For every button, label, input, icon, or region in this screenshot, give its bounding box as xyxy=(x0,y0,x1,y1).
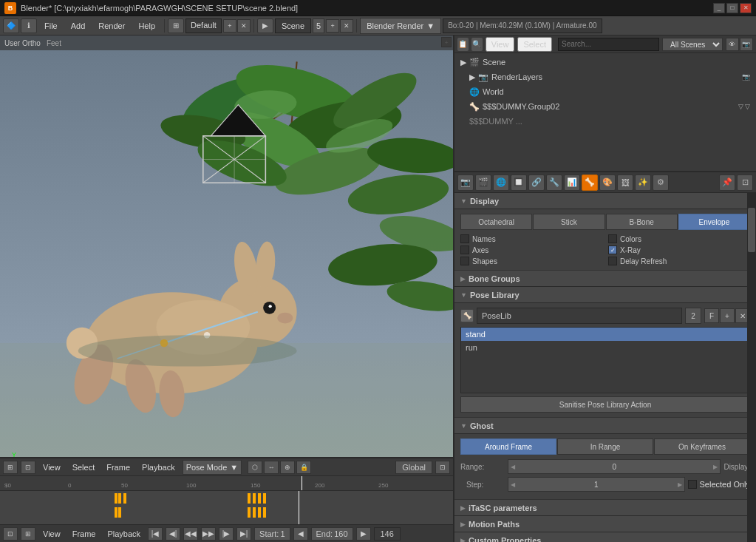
help-menu[interactable]: Help xyxy=(132,18,161,33)
outliner-search[interactable] xyxy=(558,38,659,51)
tl-transform2[interactable]: ↔ xyxy=(264,461,279,474)
pose-lib-header[interactable]: ▼ Pose Library xyxy=(454,287,756,303)
panel-maximize-btn[interactable]: ⊡ xyxy=(737,175,753,191)
prop-icon-world[interactable]: 🌐 xyxy=(493,175,509,191)
colors-checkbox[interactable]: Colors xyxy=(608,234,750,243)
jump-end-btn[interactable]: ▶| xyxy=(236,527,251,541)
tl-right-btn[interactable]: ⊡ xyxy=(435,461,450,474)
prop-icon-armature[interactable]: 🦴 xyxy=(582,175,598,191)
pose-item-run[interactable]: run xyxy=(461,341,749,354)
in-range-tab[interactable]: In Range xyxy=(557,438,653,455)
blender-logo-btn[interactable]: 🔷 xyxy=(3,18,19,33)
select-menu-btn[interactable]: Select xyxy=(517,37,552,52)
delay-refresh-checkbox[interactable]: Delay Refresh xyxy=(608,257,750,265)
shapes-checkbox[interactable]: Shapes xyxy=(460,257,602,265)
outliner-dummy[interactable]: 🦴 $$$DUMMY.Group02 ▽ ▽ xyxy=(454,99,756,114)
next-keyframe-btn[interactable]: |▶ xyxy=(219,527,234,541)
file-menu[interactable]: File xyxy=(38,18,64,33)
close-button[interactable]: ✕ xyxy=(740,3,752,13)
octahedral-btn[interactable]: Octahedral xyxy=(460,214,532,230)
prop-icon-particles[interactable]: ✨ xyxy=(635,175,651,191)
prev-frame-btn[interactable]: ◀ xyxy=(293,527,308,541)
itasc-section-header[interactable]: ▶ iTaSC parameters xyxy=(454,500,756,516)
frame-tl-btn[interactable]: Frame xyxy=(102,461,134,473)
scrollbar-track[interactable] xyxy=(747,193,756,542)
selected-only-cb[interactable] xyxy=(688,480,697,489)
pose-item-stand[interactable]: stand xyxy=(461,328,749,341)
play-btn[interactable]: ▶▶ xyxy=(201,527,216,541)
on-keyframes-tab[interactable]: On Keyframes xyxy=(654,438,750,455)
axes-cb-box[interactable] xyxy=(460,245,469,254)
playback-tl-btn[interactable]: Playback xyxy=(137,461,180,473)
scrollbar-thumb[interactable] xyxy=(748,208,755,252)
jump-start-btn[interactable]: |◀ xyxy=(148,527,163,541)
play-reverse-btn[interactable]: ◀◀ xyxy=(183,527,198,541)
view-tl-btn[interactable]: View xyxy=(38,461,65,473)
scene-add-btn[interactable]: + xyxy=(326,19,339,33)
display-section-header[interactable]: ▼ Display xyxy=(454,193,756,209)
layout-icon[interactable]: ⊞ xyxy=(168,18,184,33)
ghost-section-header[interactable]: ▼ Ghost xyxy=(454,418,756,434)
prop-icon-object[interactable]: 🔲 xyxy=(511,175,527,191)
outliner-render-btn[interactable]: 📷 xyxy=(740,38,753,51)
step-field[interactable]: ◀ 1 ▶ xyxy=(508,477,685,492)
xray-checkbox[interactable]: X-Ray xyxy=(608,245,750,254)
motion-paths-header[interactable]: ▶ Motion Paths xyxy=(454,516,756,532)
prop-icon-data[interactable]: 📊 xyxy=(564,175,580,191)
sanitise-btn[interactable]: Sanitise Pose Library Action xyxy=(460,396,750,413)
outliner-eye-btn[interactable]: 👁 xyxy=(726,38,739,51)
scene-icon[interactable]: ▶ xyxy=(257,18,273,33)
engine-selector[interactable]: Blender Render ▼ xyxy=(360,18,441,34)
envelope-btn[interactable]: Envelope xyxy=(678,214,750,230)
view-menu-btn[interactable]: View xyxy=(486,37,515,52)
prop-icon-material[interactable]: 🎨 xyxy=(599,175,616,191)
pose-mode-selector[interactable]: Pose Mode ▼ xyxy=(183,460,242,475)
end-field[interactable]: End: 160 xyxy=(311,527,353,541)
shapes-cb-box[interactable] xyxy=(460,257,469,265)
around-frame-tab[interactable]: Around Frame xyxy=(460,438,556,455)
maximize-button[interactable]: □ xyxy=(726,3,738,13)
tl-transform4[interactable]: 🔒 xyxy=(296,461,311,474)
outliner-renderlayers[interactable]: ▶ 📷 RenderLayers 📷 xyxy=(454,70,756,84)
bone-groups-header[interactable]: ▶ Bone Groups xyxy=(454,271,756,287)
scene-btn2[interactable]: ⊞ xyxy=(21,527,35,541)
names-cb-box[interactable] xyxy=(460,234,469,243)
pose-lib-add-btn[interactable]: + xyxy=(720,308,735,323)
scene-dropdown[interactable]: All Scenes xyxy=(662,38,723,51)
frame-pb-btn[interactable]: Frame xyxy=(68,528,101,540)
window-controls[interactable]: _ □ ✕ xyxy=(713,3,752,13)
stick-btn[interactable]: Stick xyxy=(533,214,605,230)
playback-pb-btn[interactable]: Playback xyxy=(103,528,145,540)
workspace-selector[interactable]: Default xyxy=(185,18,222,33)
range-field[interactable]: ◀ 0 ▶ xyxy=(508,459,721,474)
outliner-scene[interactable]: ▶ 🎬 Scene xyxy=(454,55,756,70)
tl-2nd-btn[interactable]: ⊡ xyxy=(21,461,35,474)
prop-icon-render[interactable]: 📷 xyxy=(457,175,474,191)
tl-icon-btn[interactable]: ⊞ xyxy=(3,461,18,474)
current-frame-field[interactable]: 146 xyxy=(374,527,401,541)
timeline-tracks[interactable] xyxy=(0,491,453,524)
prop-icon-texture[interactable]: 🖼 xyxy=(617,175,633,191)
add-menu[interactable]: Add xyxy=(65,18,92,33)
colors-cb-box[interactable] xyxy=(608,234,617,243)
view-pb-btn[interactable]: View xyxy=(38,528,65,540)
pin-btn[interactable]: 📌 xyxy=(719,175,735,191)
tl-left-expand[interactable]: ⊡ xyxy=(3,527,18,541)
axes-checkbox[interactable]: Axes xyxy=(460,245,602,254)
workspace-add-btn[interactable]: + xyxy=(223,19,236,33)
delay-refresh-cb-box[interactable] xyxy=(608,257,617,265)
tl-transform1[interactable]: ⬡ xyxy=(248,461,262,474)
xray-cb-box[interactable] xyxy=(608,245,617,254)
names-checkbox[interactable]: Names xyxy=(460,234,602,243)
start-field[interactable]: Start: 1 xyxy=(254,527,290,541)
scene-info-btn[interactable]: ℹ xyxy=(21,18,37,33)
pose-lib-name-field[interactable]: PoseLib xyxy=(477,308,682,324)
outliner-world[interactable]: 🌐 World xyxy=(454,84,756,99)
prop-icon-modifier[interactable]: 🔧 xyxy=(546,175,562,191)
prop-icon-scene[interactable]: 🎬 xyxy=(475,175,491,191)
outliner-dummy2[interactable]: $$$DUMMY ... xyxy=(454,114,756,129)
prev-keyframe-btn[interactable]: ◀| xyxy=(166,527,180,541)
minimize-button[interactable]: _ xyxy=(713,3,725,13)
next-frame-btn[interactable]: ▶ xyxy=(356,527,371,541)
render-menu[interactable]: Render xyxy=(92,18,131,33)
